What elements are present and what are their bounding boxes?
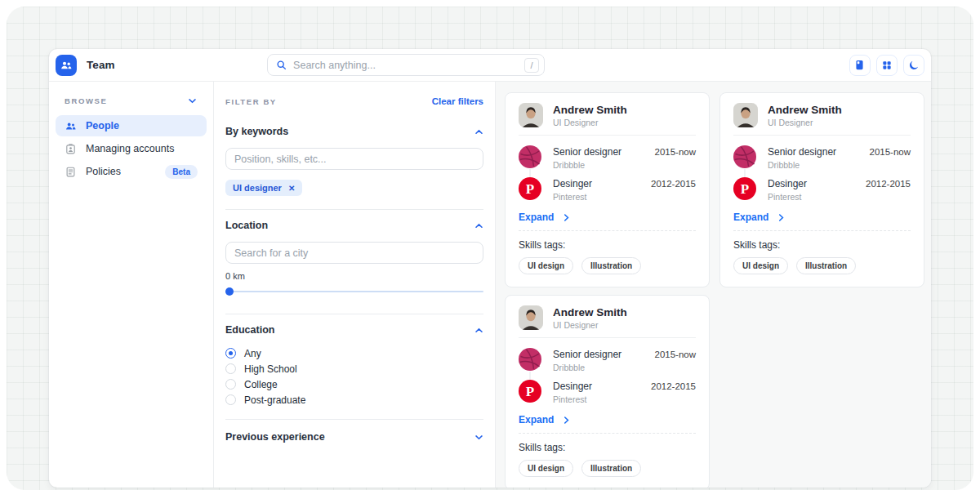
experience-row: Senior designer Dribbble 2015-now: [733, 145, 911, 170]
browse-section-header[interactable]: BROWSE: [56, 96, 207, 105]
person-card: Andrew Smith UI Designer Senior designer…: [505, 295, 710, 488]
skills-label: Skills tags:: [519, 442, 696, 453]
keyword-tag[interactable]: UI designer ✕: [225, 180, 302, 196]
sidebar-item-policies[interactable]: Policies Beta: [56, 161, 207, 182]
dribbble-icon: [733, 145, 756, 168]
app-window: Team /: [49, 49, 931, 488]
card-divider: [519, 433, 696, 434]
experience-row: P Desinger Pinterest 2012-2015: [733, 177, 911, 202]
chevron-down-icon: [474, 434, 483, 440]
dark-mode-button[interactable]: [903, 55, 924, 76]
person-card: Andrew Smith UI Designer Senior designer…: [505, 92, 710, 287]
card-divider: [519, 230, 696, 231]
experience-period: 2015-now: [654, 145, 696, 157]
experience-row: Senior designer Dribbble 2015-now: [519, 348, 696, 372]
book-button[interactable]: [849, 55, 871, 76]
global-search[interactable]: /: [267, 54, 545, 76]
slider-track[interactable]: [225, 291, 483, 292]
location-section-header[interactable]: Location: [225, 220, 483, 231]
previous-experience-section-header[interactable]: Previous experience: [225, 431, 483, 443]
radio-college[interactable]: College: [225, 376, 483, 392]
dribbble-icon: [519, 145, 541, 168]
app-header: Team /: [49, 49, 931, 82]
app-logo: [56, 55, 77, 76]
sidebar: BROWSE People: [49, 82, 214, 488]
keywords-label: By keywords: [225, 126, 288, 137]
account-card-icon: [65, 143, 77, 155]
card-divider: [733, 230, 911, 231]
skill-tag: Illustration: [581, 460, 641, 477]
apps-grid-button[interactable]: [876, 55, 898, 76]
location-label: Location: [225, 220, 268, 231]
chevron-right-icon: [778, 213, 784, 222]
education-section-header[interactable]: Education: [225, 324, 483, 336]
results-grid: Andrew Smith UI Designer Senior designer…: [496, 82, 931, 488]
distance-value: 0 km: [225, 271, 483, 281]
expand-button[interactable]: Expand: [733, 212, 911, 223]
chevron-right-icon: [564, 213, 569, 222]
avatar: [519, 305, 543, 330]
person-card: Andrew Smith UI Designer Senior designer…: [719, 92, 924, 287]
person-name: Andrew Smith: [553, 306, 627, 318]
city-input[interactable]: [234, 247, 474, 259]
remove-tag-icon[interactable]: ✕: [288, 184, 295, 193]
sidebar-item-label: Managing accounts: [86, 143, 174, 154]
expand-button[interactable]: Expand: [519, 414, 696, 425]
radio-dot: [225, 394, 236, 405]
search-shortcut-key: /: [524, 58, 539, 73]
grid-icon: [881, 60, 893, 71]
skill-tag: UI design: [519, 257, 573, 274]
clear-filters-link[interactable]: Clear filters: [432, 96, 483, 106]
chevron-up-icon: [474, 223, 483, 229]
chevron-up-icon: [474, 327, 483, 333]
card-divider: [733, 135, 911, 136]
experience-period: 2015-now: [869, 145, 911, 157]
keyword-tag-label: UI designer: [233, 183, 282, 193]
chevron-up-icon: [474, 129, 483, 135]
people-icon: [65, 120, 77, 132]
search-input[interactable]: [293, 60, 524, 71]
svg-text:P: P: [526, 384, 534, 399]
city-input-box[interactable]: [225, 242, 483, 264]
pinterest-icon: P: [519, 380, 541, 403]
experience-row: P Desinger Pinterest 2012-2015: [519, 177, 696, 202]
distance-slider[interactable]: [225, 287, 483, 296]
slider-thumb[interactable]: [225, 287, 234, 296]
keywords-input-box[interactable]: [225, 148, 483, 170]
sidebar-item-label: Policies: [86, 166, 121, 177]
skills-label: Skills tags:: [519, 239, 696, 251]
person-title: UI Designer: [553, 320, 627, 330]
sidebar-item-people[interactable]: People: [56, 115, 207, 136]
chevron-right-icon: [564, 416, 569, 425]
chevron-down-icon: [188, 98, 197, 104]
radio-post-graduate[interactable]: Post-graduate: [225, 392, 483, 408]
avatar: [519, 103, 543, 127]
education-options: Any High School College Post-graduate: [225, 345, 483, 408]
previous-experience-label: Previous experience: [225, 431, 325, 443]
section-divider: [225, 419, 483, 420]
app-title: Team: [87, 59, 115, 71]
skill-tag: UI design: [519, 460, 573, 477]
education-label: Education: [225, 324, 274, 336]
svg-text:P: P: [741, 181, 749, 197]
person-title: UI Designer: [768, 118, 842, 127]
radio-high-school[interactable]: High School: [225, 361, 483, 376]
filter-by-label: FILTER BY: [225, 97, 277, 106]
keywords-section-header[interactable]: By keywords: [225, 126, 483, 137]
book-icon: [853, 59, 866, 71]
radio-dot: [225, 348, 236, 359]
section-divider: [225, 314, 483, 314]
avatar: [733, 103, 758, 127]
skill-tag: Illustration: [581, 257, 641, 274]
radio-any[interactable]: Any: [225, 345, 483, 361]
experience-period: 2012-2015: [651, 380, 696, 391]
radio-dot: [225, 363, 236, 374]
keywords-input[interactable]: [234, 154, 474, 165]
sidebar-item-managing-accounts[interactable]: Managing accounts: [56, 138, 207, 159]
person-name: Andrew Smith: [768, 104, 842, 116]
pinterest-icon: P: [519, 177, 541, 200]
radio-dot: [225, 379, 236, 390]
expand-button[interactable]: Expand: [519, 212, 696, 223]
sidebar-nav: People Managing accounts: [56, 115, 207, 182]
skills-label: Skills tags:: [733, 239, 911, 251]
